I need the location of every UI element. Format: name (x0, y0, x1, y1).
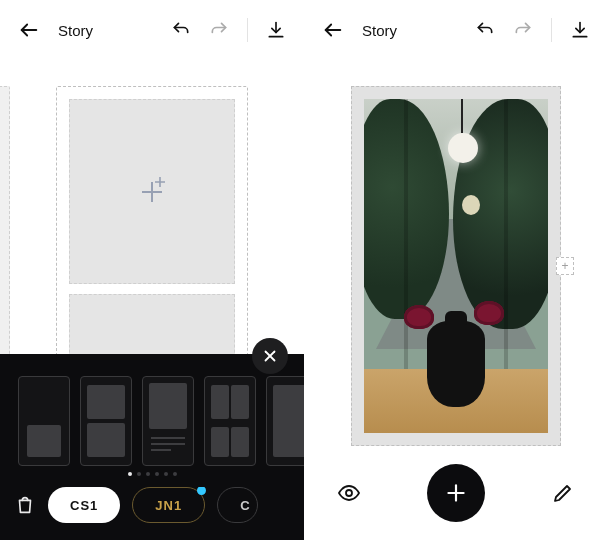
preview-button[interactable] (337, 481, 361, 505)
lamp-icon (448, 133, 478, 163)
shop-button[interactable] (14, 494, 36, 516)
top-bar: Story (304, 0, 608, 60)
screen-template-picker: Story (0, 0, 304, 540)
pack-pill[interactable]: C (217, 487, 257, 523)
image-slot-1[interactable] (69, 99, 235, 284)
edit-button[interactable] (551, 481, 575, 505)
download-button[interactable] (570, 20, 590, 40)
pack-bar: CS1JN1C (0, 484, 304, 526)
canvas-area: + (304, 86, 608, 446)
layout-thumb[interactable] (142, 376, 194, 466)
redo-button[interactable] (209, 20, 229, 40)
toolbar-separator (247, 18, 248, 42)
back-button[interactable] (322, 19, 344, 41)
layout-thumbnails (18, 376, 286, 466)
toolbar-separator (551, 18, 552, 42)
layout-pager-dots[interactable] (0, 472, 304, 476)
add-frame-button[interactable]: + (556, 257, 574, 275)
top-bar: Story (0, 0, 304, 60)
close-drawer-button[interactable] (252, 338, 288, 374)
undo-button[interactable] (475, 20, 495, 40)
story-canvas[interactable]: + (351, 86, 561, 446)
layout-thumb[interactable] (18, 376, 70, 466)
add-button[interactable] (427, 464, 485, 522)
bottom-toolbar (304, 458, 608, 528)
new-badge (197, 487, 206, 495)
pack-pill[interactable]: JN1 (132, 487, 205, 523)
pack-pill[interactable]: CS1 (48, 487, 120, 523)
add-image-icon (142, 182, 162, 202)
svg-point-6 (346, 490, 352, 496)
layout-drawer: CS1JN1C (0, 354, 304, 540)
download-button[interactable] (266, 20, 286, 40)
undo-button[interactable] (171, 20, 191, 40)
screen-editor: Story (304, 0, 608, 540)
photo-content[interactable] (364, 99, 548, 433)
page-title: Story (58, 22, 93, 39)
page-title: Story (362, 22, 397, 39)
redo-button[interactable] (513, 20, 533, 40)
layout-thumb[interactable] (80, 376, 132, 466)
back-button[interactable] (18, 19, 40, 41)
layout-thumb[interactable] (204, 376, 256, 466)
